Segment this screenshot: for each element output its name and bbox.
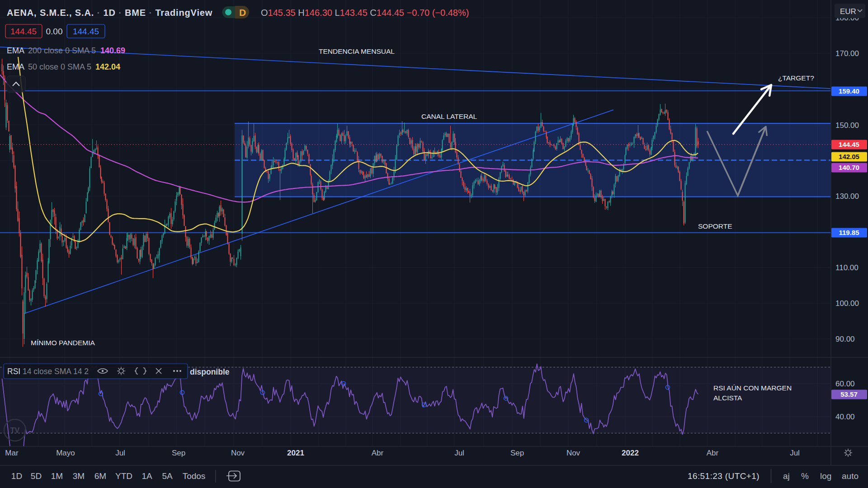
- svg-text:142.05: 142.05: [839, 153, 859, 160]
- svg-text:Todos: Todos: [183, 471, 206, 481]
- svg-text:Abr: Abr: [707, 449, 719, 457]
- svg-text:1D: 1D: [11, 471, 22, 481]
- svg-text:RSI AÚN CON MARGEN: RSI AÚN CON MARGEN: [713, 384, 792, 392]
- svg-text:170.00: 170.00: [835, 49, 859, 58]
- svg-text:log: log: [820, 471, 831, 481]
- svg-text:110.00: 110.00: [835, 263, 859, 272]
- svg-text:MÍNIMO PANDEMIA: MÍNIMO PANDEMIA: [31, 339, 95, 347]
- svg-text:Sep: Sep: [172, 449, 185, 457]
- svg-text:6M: 6M: [94, 471, 106, 481]
- svg-text:O145.35 H146.30 L143.45 C144.4: O145.35 H146.30 L143.45 C144.45 −0.70 (−…: [261, 8, 469, 18]
- svg-text:1A: 1A: [142, 471, 152, 481]
- svg-text:Sep: Sep: [510, 449, 524, 457]
- svg-text:Nov: Nov: [231, 449, 245, 457]
- svg-text:Abr: Abr: [372, 449, 384, 457]
- svg-text:Jul: Jul: [790, 449, 800, 457]
- svg-text:130.00: 130.00: [835, 192, 859, 201]
- svg-text:16:51:23 (UTC+1): 16:51:23 (UTC+1): [688, 471, 760, 481]
- svg-text:D: D: [239, 7, 246, 18]
- svg-text:Mayo: Mayo: [56, 449, 75, 457]
- svg-text:53.57: 53.57: [840, 390, 858, 398]
- svg-text:144.45: 144.45: [10, 27, 37, 36]
- svg-text:100.00: 100.00: [835, 299, 859, 308]
- svg-text:SOPORTE: SOPORTE: [698, 222, 732, 230]
- svg-text:150.00: 150.00: [835, 121, 859, 130]
- svg-text:auto: auto: [842, 471, 859, 481]
- svg-text:2021: 2021: [287, 449, 304, 457]
- svg-text:5A: 5A: [162, 471, 173, 481]
- svg-text:YTD: YTD: [115, 471, 132, 481]
- svg-text:¿TARGET?: ¿TARGET?: [778, 74, 814, 82]
- svg-text:0.00: 0.00: [46, 27, 63, 36]
- svg-text:Jul: Jul: [115, 449, 125, 457]
- svg-text:144.45: 144.45: [73, 27, 99, 36]
- svg-text:CANAL LATERAL: CANAL LATERAL: [421, 113, 477, 120]
- svg-text:90.00: 90.00: [835, 335, 855, 343]
- svg-text:1M: 1M: [51, 471, 63, 481]
- svg-text:EMA50 close 0 SMA 5142.04: EMA50 close 0 SMA 5142.04: [7, 62, 120, 71]
- svg-text:TV: TV: [10, 427, 20, 434]
- svg-text:Jul: Jul: [454, 449, 464, 457]
- svg-text:140.70: 140.70: [839, 164, 859, 171]
- svg-text:5D: 5D: [31, 471, 42, 481]
- svg-text:disponible: disponible: [190, 367, 230, 376]
- svg-text:EUR: EUR: [840, 7, 856, 16]
- svg-text:%: %: [801, 471, 809, 481]
- svg-text:3M: 3M: [73, 471, 85, 481]
- svg-text:RSI 14 close SMA 14 2: RSI 14 close SMA 14 2: [7, 367, 89, 376]
- svg-text:ALCISTA: ALCISTA: [713, 394, 742, 402]
- svg-text:40.00: 40.00: [835, 413, 855, 421]
- svg-text:2022: 2022: [622, 449, 639, 457]
- svg-text:119.85: 119.85: [839, 229, 859, 236]
- svg-text:TENDENCIA MENSUAL: TENDENCIA MENSUAL: [319, 47, 395, 55]
- svg-text:60.00: 60.00: [835, 380, 855, 388]
- svg-text:Mar: Mar: [5, 449, 19, 457]
- svg-text:AENA, S.M.E., S.A. · 1D · BME: AENA, S.M.E., S.A. · 1D · BME · TradingV…: [7, 8, 212, 18]
- svg-text:Nov: Nov: [566, 449, 580, 457]
- svg-text:144.45: 144.45: [839, 141, 859, 148]
- svg-text:159.40: 159.40: [839, 87, 859, 95]
- svg-text:aj: aj: [783, 471, 790, 481]
